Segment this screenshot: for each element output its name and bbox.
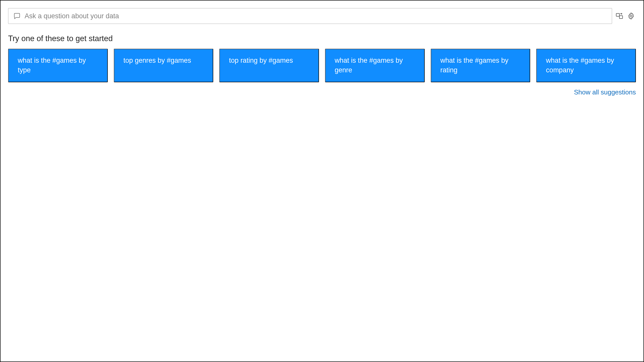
toolbar-icons xyxy=(615,11,636,21)
question-input[interactable] xyxy=(25,12,608,20)
svg-point-2 xyxy=(630,15,632,17)
show-all-suggestions-link[interactable]: Show all suggestions xyxy=(574,88,636,96)
suggestion-label: top rating by #games xyxy=(229,56,293,65)
svg-rect-1 xyxy=(619,16,623,19)
search-row xyxy=(8,8,636,24)
suggestion-label: what is the #games by company xyxy=(546,56,626,75)
svg-rect-0 xyxy=(616,13,620,16)
settings-button[interactable] xyxy=(626,11,636,21)
search-box[interactable] xyxy=(8,8,612,24)
suggestion-card[interactable]: what is the #games by rating xyxy=(431,49,530,82)
suggestions-heading: Try one of these to get started xyxy=(8,34,636,43)
suggestion-card[interactable]: what is the #games by type xyxy=(8,49,108,82)
convert-visual-button[interactable] xyxy=(615,11,624,21)
suggestion-card[interactable]: what is the #games by company xyxy=(536,49,636,82)
suggestion-card[interactable]: top rating by #games xyxy=(219,49,319,82)
suggestion-cards: what is the #games by type top genres by… xyxy=(8,49,636,82)
suggestion-card[interactable]: top genres by #games xyxy=(114,49,213,82)
show-all-row: Show all suggestions xyxy=(8,88,636,96)
suggestion-card[interactable]: what is the #games by genre xyxy=(325,49,425,82)
suggestion-label: what is the #games by type xyxy=(18,56,98,75)
suggestion-label: what is the #games by genre xyxy=(335,56,415,75)
suggestion-label: what is the #games by rating xyxy=(440,56,521,75)
qna-panel: Try one of these to get started what is … xyxy=(0,0,644,362)
suggestion-label: top genres by #games xyxy=(123,56,191,65)
chat-icon xyxy=(12,11,22,21)
